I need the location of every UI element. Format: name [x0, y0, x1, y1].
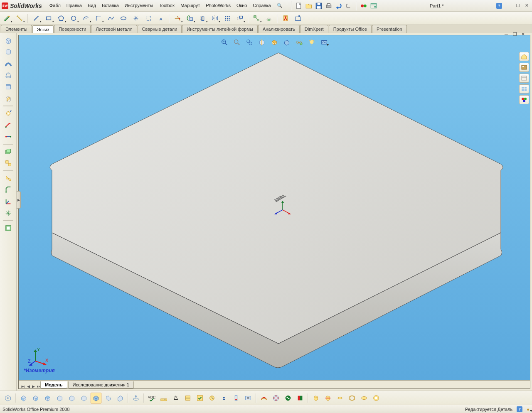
- import-diagnostics-icon[interactable]: [243, 393, 254, 403]
- menu-edit[interactable]: Правка: [64, 1, 84, 10]
- view-bottom-icon[interactable]: [79, 393, 89, 403]
- tab-sheetmetal[interactable]: Листовой металл: [91, 25, 137, 33]
- point-feature-button[interactable]: [2, 208, 14, 219]
- menu-search-icon[interactable]: 🔍: [274, 1, 285, 10]
- menu-help[interactable]: Справка: [250, 1, 273, 10]
- help-dropdown[interactable]: ?: [496, 3, 502, 9]
- view-right-icon[interactable]: [54, 393, 65, 403]
- save-button[interactable]: [315, 2, 323, 10]
- options-button[interactable]: [370, 2, 377, 10]
- trim-button[interactable]: [172, 13, 183, 24]
- spell-check-icon[interactable]: ABC: [146, 393, 157, 403]
- sketch-button[interactable]: [2, 13, 12, 24]
- menu-view[interactable]: Вид: [85, 1, 99, 10]
- hole-wizard-button[interactable]: [2, 108, 14, 119]
- boundary-boss-button[interactable]: [2, 81, 14, 92]
- view-dimetric-icon[interactable]: [115, 393, 126, 403]
- status-rebuild-icon[interactable]: ●: [527, 407, 530, 412]
- polygon-button[interactable]: [56, 13, 66, 24]
- edit-appearance-icon[interactable]: [320, 38, 329, 47]
- offset-entities-button[interactable]: [197, 13, 208, 24]
- measure-icon[interactable]: [158, 393, 169, 403]
- fillet-feature-button[interactable]: [2, 173, 14, 184]
- open-button[interactable]: [305, 2, 313, 10]
- view-left-icon[interactable]: [42, 393, 53, 403]
- new-button[interactable]: [295, 2, 303, 10]
- tab-surfaces[interactable]: Поверхности: [54, 25, 91, 33]
- draft-quality-icon[interactable]: [310, 393, 321, 403]
- extrude-boss-button[interactable]: [2, 35, 14, 46]
- circle-button[interactable]: [68, 13, 79, 24]
- tab-evaluate[interactable]: Анализировать: [258, 25, 300, 33]
- rapid-sketch-button[interactable]: [293, 13, 303, 24]
- child-restore-button[interactable]: ❐: [513, 32, 519, 37]
- statistics-icon[interactable]: [207, 393, 217, 403]
- display-style-icon[interactable]: [282, 38, 291, 47]
- draft-analysis-icon[interactable]: [295, 393, 305, 403]
- home-icon[interactable]: [519, 52, 529, 61]
- minimize-button[interactable]: ─: [505, 2, 512, 9]
- parting-line-icon[interactable]: [335, 393, 345, 403]
- revolve-boss-button[interactable]: [2, 47, 14, 57]
- display-relations-button[interactable]: [251, 13, 262, 24]
- zoom-area-icon[interactable]: [232, 38, 241, 47]
- zebra-stripes-icon[interactable]: [271, 393, 281, 403]
- arc-button[interactable]: [81, 13, 91, 24]
- view-front-icon[interactable]: [18, 393, 29, 403]
- compare-icon[interactable]: [359, 393, 369, 403]
- status-help-icon[interactable]: ?: [517, 406, 522, 412]
- tab-motion-study[interactable]: Исследование движения 1: [68, 381, 134, 388]
- equations-icon[interactable]: Σ: [219, 393, 229, 403]
- menu-toolbox[interactable]: Toolbox: [156, 1, 177, 10]
- pattern-feature-button[interactable]: [2, 158, 14, 169]
- appearances-icon[interactable]: [519, 95, 529, 104]
- mirror-entities-button[interactable]: [209, 13, 220, 24]
- view-isometric-icon[interactable]: [91, 393, 101, 403]
- instant3d-button[interactable]: [2, 146, 14, 157]
- redo-button[interactable]: [345, 2, 352, 10]
- deviation-analysis-icon[interactable]: [259, 393, 269, 403]
- view-back-icon[interactable]: [30, 393, 41, 403]
- tab-prev-icon[interactable]: ◀: [26, 384, 31, 388]
- menu-file[interactable]: Файл: [47, 1, 63, 10]
- tab-office[interactable]: Продукты Office: [329, 25, 372, 33]
- tab-elements[interactable]: Элементы: [1, 25, 32, 33]
- tab-presentation[interactable]: Presentation: [372, 25, 407, 33]
- loft-boss-button[interactable]: [2, 70, 14, 81]
- rectangle-button[interactable]: [43, 13, 54, 24]
- extrude-cut-button[interactable]: [2, 93, 14, 104]
- previous-view-icon[interactable]: [245, 38, 254, 47]
- menu-insert[interactable]: Вставка: [99, 1, 121, 10]
- file-explorer-icon[interactable]: [519, 74, 529, 83]
- curves-button[interactable]: [2, 131, 14, 142]
- plane-button[interactable]: [143, 13, 154, 24]
- traffic-light-icon[interactable]: [360, 2, 367, 10]
- ellipse-button[interactable]: [118, 13, 129, 24]
- undercut-analysis-icon[interactable]: [323, 393, 333, 403]
- quick-snaps-button[interactable]: [280, 13, 291, 24]
- shell-button[interactable]: [2, 223, 14, 234]
- view-top-icon[interactable]: [66, 393, 77, 403]
- 3d-viewport[interactable]: +: [18, 35, 530, 389]
- close-button[interactable]: ✕: [524, 2, 530, 9]
- tab-model[interactable]: Модель: [40, 381, 67, 388]
- repair-sketch-button[interactable]: [264, 13, 274, 24]
- undo-button[interactable]: [335, 2, 342, 10]
- sweep-boss-button[interactable]: [2, 58, 14, 69]
- menu-window[interactable]: Окно: [234, 1, 250, 10]
- child-minimize-button[interactable]: ─: [505, 32, 510, 37]
- convert-entities-button[interactable]: [185, 13, 195, 24]
- apply-scene-icon[interactable]: [307, 38, 316, 47]
- pattern-button[interactable]: [222, 13, 233, 24]
- curvature-icon[interactable]: [283, 393, 293, 403]
- print-button[interactable]: [325, 2, 332, 10]
- section-properties-icon[interactable]: [182, 393, 193, 403]
- spline-button[interactable]: [106, 13, 116, 24]
- reference-geometry-button[interactable]: [2, 120, 14, 130]
- sensor-icon[interactable]: [231, 393, 241, 403]
- coordinate-system-button[interactable]: [2, 196, 14, 207]
- menu-tools[interactable]: Инструменты: [122, 1, 156, 10]
- tab-next-icon[interactable]: ▶: [31, 384, 36, 388]
- menu-photoworks[interactable]: PhotoWorks: [203, 1, 233, 10]
- normal-to-icon[interactable]: [131, 393, 141, 403]
